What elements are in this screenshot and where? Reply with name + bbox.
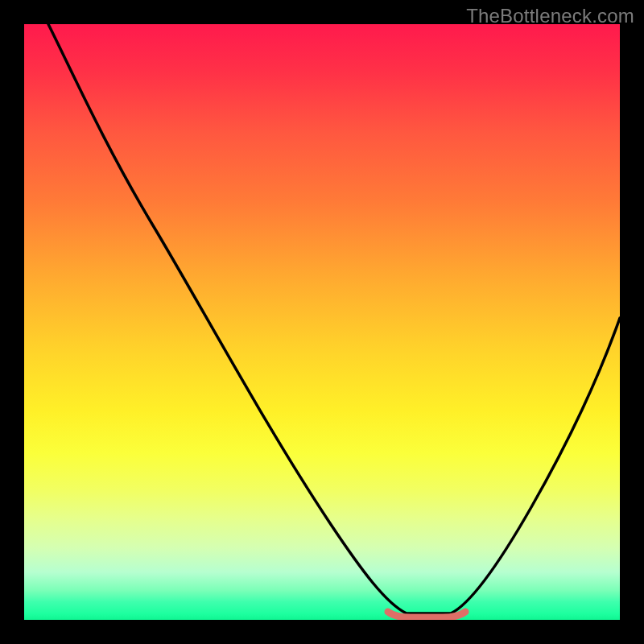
chart-container: TheBottleneck.com [0,0,644,644]
bottleneck-curve [48,24,620,613]
chart-svg [24,24,620,620]
plot-area [24,24,620,620]
